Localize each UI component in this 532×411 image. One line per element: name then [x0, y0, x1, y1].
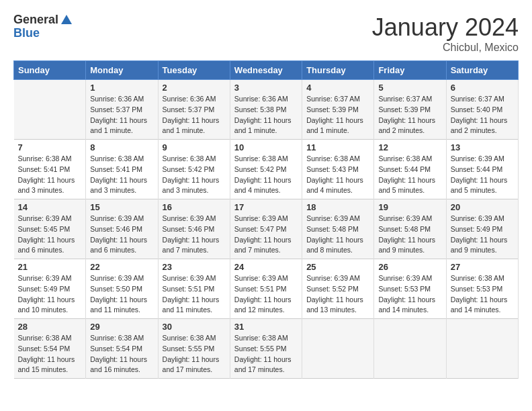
calendar-cell: [302, 319, 374, 379]
page-header: General Blue January 2024 Chicbul, Mexic…: [13, 13, 519, 54]
calendar-table: SundayMondayTuesdayWednesdayThursdayFrid…: [13, 60, 519, 379]
day-number: 23: [163, 262, 226, 272]
header-cell-monday: Monday: [86, 61, 158, 80]
title-section: January 2024 Chicbul, Mexico: [372, 13, 519, 54]
calendar-cell: 4Sunrise: 6:37 AM Sunset: 5:39 PM Daylig…: [302, 80, 374, 140]
header-cell-tuesday: Tuesday: [158, 61, 230, 80]
day-number: 11: [306, 142, 369, 152]
day-detail: Sunrise: 6:38 AM Sunset: 5:55 PM Dayligh…: [234, 333, 298, 375]
day-number: 9: [163, 142, 226, 152]
day-detail: Sunrise: 6:36 AM Sunset: 5:37 PM Dayligh…: [90, 94, 153, 136]
calendar-cell: 23Sunrise: 6:39 AM Sunset: 5:51 PM Dayli…: [158, 259, 230, 319]
day-detail: Sunrise: 6:39 AM Sunset: 5:51 PM Dayligh…: [234, 273, 298, 316]
day-number: 19: [378, 202, 441, 212]
day-detail: Sunrise: 6:38 AM Sunset: 5:42 PM Dayligh…: [163, 154, 226, 196]
day-number: 27: [451, 262, 514, 272]
day-number: 29: [90, 322, 153, 332]
day-number: 30: [163, 322, 226, 332]
week-row-1: 1Sunrise: 6:36 AM Sunset: 5:37 PM Daylig…: [14, 80, 519, 140]
day-number: 7: [18, 142, 82, 152]
day-detail: Sunrise: 6:39 AM Sunset: 5:44 PM Dayligh…: [451, 154, 514, 196]
calendar-cell: 7Sunrise: 6:38 AM Sunset: 5:41 PM Daylig…: [14, 140, 86, 199]
day-detail: Sunrise: 6:38 AM Sunset: 5:54 PM Dayligh…: [90, 333, 153, 375]
calendar-cell: 5Sunrise: 6:37 AM Sunset: 5:39 PM Daylig…: [374, 80, 446, 140]
day-detail: Sunrise: 6:37 AM Sunset: 5:39 PM Dayligh…: [306, 94, 369, 136]
day-number: 2: [163, 83, 226, 93]
header-cell-saturday: Saturday: [446, 61, 518, 80]
calendar-cell: 8Sunrise: 6:38 AM Sunset: 5:41 PM Daylig…: [86, 140, 158, 199]
day-detail: Sunrise: 6:39 AM Sunset: 5:49 PM Dayligh…: [451, 214, 514, 256]
day-number: 26: [378, 262, 441, 272]
day-number: 28: [18, 322, 82, 332]
calendar-cell: 1Sunrise: 6:36 AM Sunset: 5:37 PM Daylig…: [86, 80, 158, 140]
header-cell-thursday: Thursday: [302, 61, 374, 80]
calendar-cell: 28Sunrise: 6:38 AM Sunset: 5:54 PM Dayli…: [14, 319, 86, 379]
day-number: 4: [306, 83, 369, 93]
day-number: 21: [18, 262, 82, 272]
calendar-cell: 11Sunrise: 6:38 AM Sunset: 5:43 PM Dayli…: [302, 140, 374, 199]
calendar-cell: 18Sunrise: 6:39 AM Sunset: 5:48 PM Dayli…: [302, 199, 374, 259]
location: Chicbul, Mexico: [372, 42, 519, 54]
day-number: 31: [234, 322, 298, 332]
day-detail: Sunrise: 6:38 AM Sunset: 5:54 PM Dayligh…: [18, 333, 82, 375]
calendar-cell: 14Sunrise: 6:39 AM Sunset: 5:45 PM Dayli…: [14, 199, 86, 259]
header-cell-sunday: Sunday: [14, 61, 86, 80]
day-detail: Sunrise: 6:39 AM Sunset: 5:45 PM Dayligh…: [18, 214, 82, 256]
day-detail: Sunrise: 6:36 AM Sunset: 5:37 PM Dayligh…: [163, 94, 226, 136]
day-number: 8: [90, 142, 153, 152]
calendar-cell: [374, 319, 446, 379]
day-number: 5: [378, 83, 441, 93]
calendar-cell: [446, 319, 518, 379]
day-number: 1: [90, 83, 153, 93]
calendar-cell: 21Sunrise: 6:39 AM Sunset: 5:49 PM Dayli…: [14, 259, 86, 319]
week-row-4: 21Sunrise: 6:39 AM Sunset: 5:49 PM Dayli…: [14, 259, 519, 319]
day-detail: Sunrise: 6:39 AM Sunset: 5:46 PM Dayligh…: [90, 214, 153, 256]
day-number: 13: [451, 142, 514, 152]
logo-blue-text: Blue: [13, 27, 73, 40]
day-detail: Sunrise: 6:38 AM Sunset: 5:43 PM Dayligh…: [306, 154, 369, 196]
week-row-3: 14Sunrise: 6:39 AM Sunset: 5:45 PM Dayli…: [14, 199, 519, 259]
day-detail: Sunrise: 6:39 AM Sunset: 5:48 PM Dayligh…: [306, 214, 369, 256]
calendar-cell: 13Sunrise: 6:39 AM Sunset: 5:44 PM Dayli…: [446, 140, 518, 199]
day-number: 24: [234, 262, 298, 272]
day-detail: Sunrise: 6:38 AM Sunset: 5:41 PM Dayligh…: [90, 154, 153, 196]
day-number: 22: [90, 262, 153, 272]
day-detail: Sunrise: 6:39 AM Sunset: 5:51 PM Dayligh…: [163, 273, 226, 316]
calendar-cell: 12Sunrise: 6:38 AM Sunset: 5:44 PM Dayli…: [374, 140, 446, 199]
header-cell-wednesday: Wednesday: [230, 61, 302, 80]
month-title: January 2024: [372, 13, 519, 42]
calendar-cell: 9Sunrise: 6:38 AM Sunset: 5:42 PM Daylig…: [158, 140, 230, 199]
calendar-body: 1Sunrise: 6:36 AM Sunset: 5:37 PM Daylig…: [14, 80, 519, 379]
day-detail: Sunrise: 6:39 AM Sunset: 5:49 PM Dayligh…: [18, 273, 82, 316]
calendar-cell: 30Sunrise: 6:38 AM Sunset: 5:55 PM Dayli…: [158, 319, 230, 379]
day-detail: Sunrise: 6:38 AM Sunset: 5:53 PM Dayligh…: [451, 273, 514, 316]
calendar-cell: 17Sunrise: 6:39 AM Sunset: 5:47 PM Dayli…: [230, 199, 302, 259]
day-number: 14: [18, 202, 82, 212]
calendar-cell: 3Sunrise: 6:36 AM Sunset: 5:38 PM Daylig…: [230, 80, 302, 140]
day-detail: Sunrise: 6:37 AM Sunset: 5:40 PM Dayligh…: [451, 94, 514, 136]
calendar-cell: [14, 80, 86, 140]
logo-general-text: General: [13, 13, 58, 27]
day-number: 16: [163, 202, 226, 212]
day-number: 6: [451, 83, 514, 93]
logo: General Blue: [13, 13, 73, 40]
day-detail: Sunrise: 6:39 AM Sunset: 5:50 PM Dayligh…: [90, 273, 153, 316]
day-number: 18: [306, 202, 369, 212]
day-detail: Sunrise: 6:37 AM Sunset: 5:39 PM Dayligh…: [378, 94, 441, 136]
day-number: 17: [234, 202, 298, 212]
calendar-header: SundayMondayTuesdayWednesdayThursdayFrid…: [14, 61, 519, 80]
calendar-cell: 27Sunrise: 6:38 AM Sunset: 5:53 PM Dayli…: [446, 259, 518, 319]
calendar-cell: 15Sunrise: 6:39 AM Sunset: 5:46 PM Dayli…: [86, 199, 158, 259]
week-row-2: 7Sunrise: 6:38 AM Sunset: 5:41 PM Daylig…: [14, 140, 519, 199]
day-detail: Sunrise: 6:39 AM Sunset: 5:47 PM Dayligh…: [234, 214, 298, 256]
day-number: 15: [90, 202, 153, 212]
calendar-cell: 2Sunrise: 6:36 AM Sunset: 5:37 PM Daylig…: [158, 80, 230, 140]
day-number: 25: [306, 262, 369, 272]
day-detail: Sunrise: 6:38 AM Sunset: 5:55 PM Dayligh…: [163, 333, 226, 375]
day-detail: Sunrise: 6:39 AM Sunset: 5:48 PM Dayligh…: [378, 214, 441, 256]
day-detail: Sunrise: 6:38 AM Sunset: 5:44 PM Dayligh…: [378, 154, 441, 196]
header-row: SundayMondayTuesdayWednesdayThursdayFrid…: [14, 61, 519, 80]
calendar-cell: 22Sunrise: 6:39 AM Sunset: 5:50 PM Dayli…: [86, 259, 158, 319]
day-detail: Sunrise: 6:38 AM Sunset: 5:41 PM Dayligh…: [18, 154, 82, 196]
day-number: 10: [234, 142, 298, 152]
